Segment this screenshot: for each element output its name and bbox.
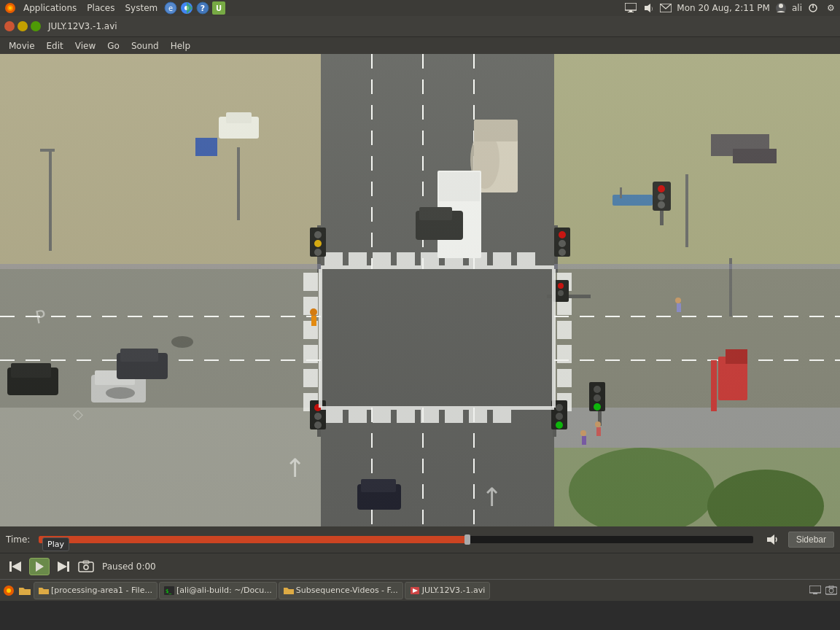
svg-rect-67 <box>373 410 391 423</box>
svg-point-134 <box>594 403 601 411</box>
svg-point-139 <box>310 308 317 316</box>
play-button[interactable] <box>29 558 50 575</box>
volume-button[interactable] <box>765 532 779 547</box>
help-menu[interactable]: Help <box>165 39 196 53</box>
svg-rect-168 <box>319 269 322 408</box>
user-icon[interactable] <box>774 1 788 15</box>
svg-rect-73 <box>303 273 318 291</box>
svg-rect-146 <box>596 427 601 436</box>
safari-icon[interactable]: e <box>163 1 178 15</box>
svg-rect-69 <box>421 410 439 423</box>
minimize-button[interactable] <box>18 21 28 31</box>
controls-bar: Time: Sidebar <box>0 526 840 553</box>
svg-text:$_: $_ <box>166 588 171 594</box>
svg-marker-14 <box>645 4 650 12</box>
tray-screen-icon[interactable] <box>808 583 822 598</box>
taskbar-files-icon[interactable] <box>18 583 32 598</box>
svg-rect-142 <box>677 303 681 312</box>
svg-rect-96 <box>419 207 452 220</box>
svg-rect-158 <box>726 349 747 364</box>
svg-marker-175 <box>58 561 67 572</box>
svg-rect-66 <box>349 410 367 423</box>
svg-rect-12 <box>629 10 632 12</box>
window-title: JULY.12V3.-1.avi <box>48 21 836 31</box>
skip-end-button[interactable] <box>52 558 73 575</box>
taskbar-menu-icon[interactable] <box>1 583 16 598</box>
sidebar-button[interactable]: Sidebar <box>788 532 834 548</box>
svg-rect-159 <box>711 360 717 411</box>
volume-status-icon[interactable]: )) <box>642 1 655 15</box>
power-icon[interactable] <box>806 1 820 15</box>
svg-rect-100 <box>11 363 51 378</box>
email-icon[interactable] <box>659 1 672 15</box>
svg-rect-70 <box>445 410 463 423</box>
progress-handle <box>464 534 470 545</box>
svg-rect-154 <box>195 138 217 156</box>
svg-text:↑: ↑ <box>284 454 306 483</box>
edit-menu[interactable]: Edit <box>41 39 69 53</box>
svg-point-112 <box>314 231 322 238</box>
svg-point-132 <box>594 386 601 393</box>
svg-rect-35 <box>321 269 554 408</box>
system-menu[interactable]: System <box>120 1 162 15</box>
svg-text:?: ? <box>201 4 205 13</box>
taskbar-item-1[interactable]: $_ [ali@ali-build: ~/Docu... <box>159 582 277 599</box>
svg-point-118 <box>559 240 566 247</box>
settings-icon[interactable]: ⚙ <box>824 1 837 15</box>
svg-rect-77 <box>303 369 318 387</box>
ubuntu-logo-icon[interactable]: U <box>211 1 226 15</box>
svg-rect-83 <box>557 369 572 387</box>
help-icon[interactable]: ? <box>195 1 210 15</box>
time-value: 0:00 <box>136 561 156 572</box>
chrome-icon[interactable] <box>179 1 194 15</box>
maximize-button[interactable] <box>31 21 41 31</box>
screenshot-button[interactable] <box>76 558 96 575</box>
taskbar-item-0[interactable]: [processing-area1 - File... <box>34 582 158 599</box>
progress-bar[interactable] <box>39 536 752 543</box>
svg-text:e: e <box>168 4 173 12</box>
svg-rect-164 <box>0 264 321 269</box>
svg-point-117 <box>559 231 566 238</box>
svg-point-124 <box>314 421 322 429</box>
svg-point-123 <box>314 413 322 420</box>
svg-rect-153 <box>733 149 777 163</box>
svg-rect-68 <box>397 410 415 423</box>
svg-rect-40 <box>0 408 321 526</box>
svg-rect-165 <box>554 264 840 269</box>
go-menu[interactable]: Go <box>101 39 125 53</box>
svg-marker-173 <box>12 561 21 572</box>
svg-rect-167 <box>321 406 554 410</box>
svg-point-181 <box>7 588 11 593</box>
svg-rect-71 <box>469 410 487 423</box>
svg-rect-39 <box>554 54 840 269</box>
tray-camera-icon[interactable] <box>824 583 839 598</box>
places-menu[interactable]: Places <box>82 1 119 15</box>
svg-rect-149 <box>237 147 240 220</box>
svg-marker-174 <box>36 561 44 572</box>
view-menu[interactable]: View <box>69 39 101 53</box>
svg-rect-104 <box>120 349 158 362</box>
close-button[interactable] <box>4 21 15 31</box>
svg-rect-11 <box>625 3 637 10</box>
svg-rect-172 <box>9 561 12 572</box>
taskbar-item-2[interactable]: Subsequence-Videos - F... <box>279 582 403 599</box>
system-logo-icon[interactable] <box>3 1 18 15</box>
svg-point-2 <box>9 7 12 9</box>
monitor-icon[interactable] <box>624 1 637 15</box>
time-display: Paused 0:00 <box>102 561 156 572</box>
applications-menu[interactable]: Applications <box>19 1 81 15</box>
top-menubar: Applications Places System e ? U <box>0 0 840 16</box>
movie-menu[interactable]: Movie <box>3 39 41 53</box>
svg-point-119 <box>559 249 566 256</box>
svg-rect-72 <box>493 410 511 423</box>
taskbar-item-3[interactable]: JULY.12V3.-1.avi <box>405 582 491 599</box>
title-bar: JULY.12V3.-1.avi <box>0 16 840 36</box>
taskbar-right <box>808 583 839 598</box>
skip-start-button[interactable] <box>6 558 26 575</box>
svg-text:)): )) <box>651 6 653 11</box>
taskbar-left: [processing-area1 - File... $_ [ali@ali-… <box>1 582 490 599</box>
taskbar: [processing-area1 - File... $_ [ali@ali-… <box>0 579 840 601</box>
svg-rect-144 <box>582 436 586 445</box>
svg-rect-13 <box>628 12 634 12</box>
sound-menu[interactable]: Sound <box>125 39 165 53</box>
